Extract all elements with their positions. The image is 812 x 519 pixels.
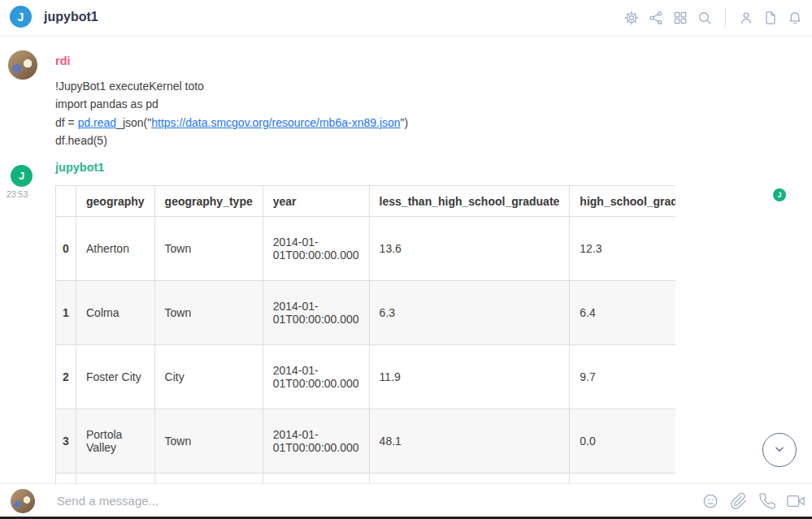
table-cell: 2014-01-01T00:00:00.000 [263,217,369,281]
settings-icon[interactable] [623,10,640,26]
username-rdi[interactable]: rdi [55,54,71,67]
row-index: 2 [56,345,76,409]
table-cell: 12.3 [570,217,675,281]
link-pd-read[interactable]: pd.read [78,116,116,129]
dataframe-output: geographygeography_typeyearless_than_hig… [55,185,675,483]
user-icon[interactable] [738,10,754,26]
message-composer: Send a message... [0,483,812,517]
table-cell: 6.4 [570,281,675,345]
current-user-avatar[interactable] [11,489,35,513]
column-header: year [263,186,369,217]
table-header-row: geographygeography_typeyearless_than_hig… [56,186,676,217]
chat-app-window: J jupybot1 [0,0,812,519]
table-row: 2Foster CityCity2014-01-01T00:00:00.0001… [56,345,676,409]
toolbar-divider [725,9,726,27]
bot-avatar-jupybot1[interactable]: J [11,165,33,187]
column-header: geography_type [154,186,263,217]
link-dataset-url[interactable]: https://data.smcgov.org/resource/mb6a-xn… [151,116,400,129]
table-cell: 48.1 [369,409,570,474]
bell-icon[interactable] [787,10,803,26]
message-input[interactable]: Send a message... [57,494,545,508]
row-index [56,474,76,484]
table-cell: City [154,345,263,409]
index-column-header [56,186,76,217]
composer-actions [701,484,805,517]
table-cell: 0.0 [570,409,675,474]
file-icon[interactable] [762,10,779,26]
message-line: df.head(5) [55,132,408,149]
table-cell: 6.3 [369,281,570,345]
channel-avatar[interactable]: J [10,6,32,28]
column-header: geography [76,186,155,217]
header-toolbar [623,0,803,36]
table-cell: Portola Valley [76,409,155,474]
table-cell: 2014-01-01T00:00:00.000 [263,281,369,345]
table-cell: Foster City [76,345,155,409]
table-cell: Town [154,409,263,474]
table-cell [76,474,155,484]
message-line: df = pd.read_json("https://data.smcgov.o… [55,114,408,132]
message-list: rdi !JupyBot1 executeKernel toto import … [0,37,812,483]
apps-grid-icon[interactable] [672,10,688,26]
search-icon[interactable] [697,10,713,26]
table-cell [263,474,369,484]
chevron-down-icon [771,440,788,461]
phone-icon[interactable] [758,492,776,510]
message-line: import pandas as pd [55,95,408,113]
read-receipt-badge: J [773,188,786,201]
code-text: ") [401,116,409,129]
jump-to-bottom-button[interactable] [762,433,797,467]
table-cell: 2014-01-01T00:00:00.000 [263,345,369,409]
table-row: 3Portola ValleyTown2014-01-01T00:00:00.0… [56,409,676,474]
table-cell: Atherton [76,217,155,281]
code-text: _json(" [116,116,151,129]
username-jupybot1[interactable]: jupybot1 [55,161,104,174]
message-timestamp: 23:53 [7,189,28,199]
user-avatar-rdi[interactable] [8,50,37,80]
attachment-icon[interactable] [730,492,748,510]
column-header: high_school_graduate [570,186,675,217]
channel-header: J jupybot1 [0,0,812,37]
table-row: 0AthertonTown2014-01-01T00:00:00.00013.6… [56,217,676,281]
column-header: less_than_high_school_graduate [369,186,570,217]
table-cell: 9.7 [570,345,675,409]
table-cell: Town [154,281,263,345]
emoji-icon[interactable] [701,492,719,510]
table-cell [154,474,263,484]
table-cell: Colma [76,281,155,345]
table-cell [570,474,675,484]
dataframe-table: geographygeography_typeyearless_than_hig… [55,185,675,483]
row-index: 3 [56,409,76,474]
table-cell: 2014-01-01T00:00:00.000 [263,409,369,474]
code-text: df = [55,116,78,129]
row-index: 0 [56,217,76,281]
table-cell: 11.9 [369,345,570,409]
table-row: 1ColmaTown2014-01-01T00:00:00.0006.36.4 [56,281,676,345]
table-cell [369,474,570,484]
table-row [56,474,676,484]
channel-title: jupybot1 [44,10,98,24]
table-cell: Town [154,217,263,281]
user-message-body: !JupyBot1 executeKernel toto import pand… [55,77,408,149]
share-icon[interactable] [648,10,664,26]
video-call-icon[interactable] [787,492,805,510]
table-cell: 13.6 [369,217,570,281]
row-index: 1 [56,281,76,345]
message-line: !JupyBot1 executeKernel toto [55,77,408,95]
